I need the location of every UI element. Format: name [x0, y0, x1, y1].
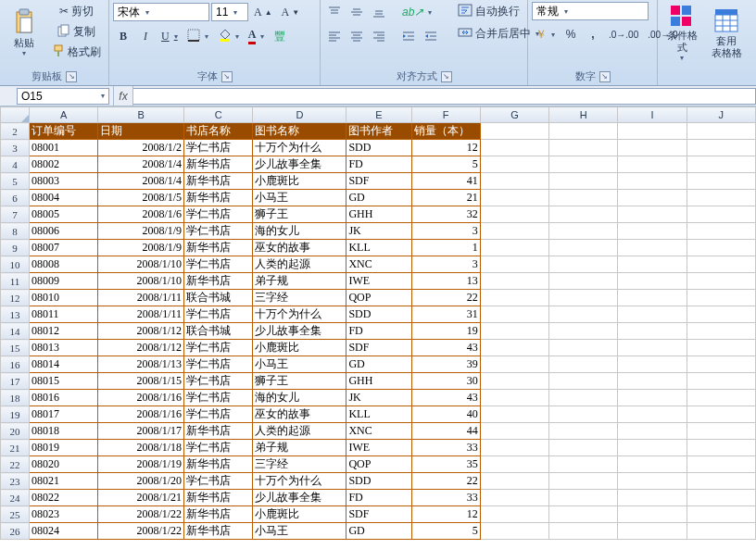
- cell[interactable]: 2008/1/12: [98, 340, 184, 356]
- row-header[interactable]: 25: [1, 506, 30, 523]
- cell[interactable]: [687, 123, 755, 140]
- cell[interactable]: QOP: [346, 456, 411, 473]
- orientation-button[interactable]: ab↗: [398, 3, 435, 21]
- col-header-I[interactable]: I: [618, 107, 687, 123]
- copy-button[interactable]: 复制: [48, 22, 105, 41]
- cell[interactable]: 08018: [29, 423, 97, 440]
- cell[interactable]: [618, 290, 687, 306]
- cell[interactable]: 08017: [29, 406, 97, 423]
- cell[interactable]: [618, 423, 687, 440]
- cell[interactable]: [549, 173, 618, 190]
- cell[interactable]: [480, 523, 548, 540]
- align-right-button[interactable]: [369, 27, 389, 45]
- cell[interactable]: JK: [346, 390, 411, 406]
- increase-font-button[interactable]: A▲: [250, 3, 276, 21]
- cell[interactable]: [618, 406, 687, 423]
- col-header-H[interactable]: H: [549, 107, 618, 123]
- cell[interactable]: 2008/1/4: [98, 156, 184, 173]
- cell[interactable]: [549, 356, 618, 373]
- cell[interactable]: 新华书店: [184, 240, 253, 256]
- row-header[interactable]: 13: [1, 306, 30, 323]
- cell[interactable]: 小鹿斑比: [253, 506, 346, 523]
- decrease-font-button[interactable]: A▼: [278, 3, 304, 21]
- cell[interactable]: [480, 506, 548, 523]
- cell[interactable]: [480, 156, 548, 173]
- cell[interactable]: SDD: [346, 473, 411, 490]
- cell[interactable]: [687, 523, 755, 540]
- wrap-text-button[interactable]: 自动换行: [454, 2, 537, 20]
- underline-button[interactable]: U: [158, 27, 182, 45]
- cell[interactable]: [618, 490, 687, 506]
- cell[interactable]: [480, 473, 548, 490]
- font-name-combo[interactable]: 宋体▾: [113, 3, 209, 21]
- cell[interactable]: 日期: [98, 123, 184, 140]
- cell[interactable]: 2008/1/4: [98, 173, 184, 190]
- cell[interactable]: 图书作者: [346, 123, 411, 140]
- cell[interactable]: 30: [411, 373, 480, 390]
- cell[interactable]: 19: [411, 323, 480, 340]
- cell[interactable]: 12: [411, 140, 480, 156]
- cell[interactable]: XNC: [346, 256, 411, 273]
- worksheet-grid[interactable]: ABCDEFGHIJ 2订单编号日期书店名称图书名称图书作者销量（本）30800…: [0, 106, 756, 543]
- cell[interactable]: [618, 206, 687, 223]
- cell[interactable]: 新华书店: [184, 506, 253, 523]
- cell[interactable]: [549, 523, 618, 540]
- cell[interactable]: GHH: [346, 373, 411, 390]
- cell[interactable]: SDD: [346, 140, 411, 156]
- cell[interactable]: [480, 423, 548, 440]
- cell[interactable]: JK: [346, 223, 411, 240]
- italic-button[interactable]: I: [135, 27, 156, 45]
- cell[interactable]: 2008/1/22: [98, 506, 184, 523]
- cell[interactable]: 新华书店: [184, 456, 253, 473]
- cell[interactable]: [480, 290, 548, 306]
- row-header[interactable]: 5: [1, 173, 30, 190]
- cell[interactable]: 三字经: [253, 290, 346, 306]
- phonetic-button[interactable]: 豐: [270, 27, 290, 45]
- cell[interactable]: 39: [411, 356, 480, 373]
- cell[interactable]: GD: [346, 190, 411, 206]
- cell[interactable]: QOP: [346, 290, 411, 306]
- cell[interactable]: 2008/1/11: [98, 290, 184, 306]
- cell[interactable]: 巫女的故事: [253, 240, 346, 256]
- cell[interactable]: 2008/1/10: [98, 256, 184, 273]
- row-header[interactable]: 23: [1, 473, 30, 490]
- col-header-D[interactable]: D: [253, 107, 346, 123]
- border-button[interactable]: [183, 27, 212, 45]
- accounting-format-button[interactable]: ￥: [532, 25, 559, 44]
- cell[interactable]: 2008/1/11: [98, 306, 184, 323]
- cell[interactable]: [549, 323, 618, 340]
- cell[interactable]: KLL: [346, 240, 411, 256]
- cell[interactable]: [618, 140, 687, 156]
- cell[interactable]: [618, 306, 687, 323]
- cell[interactable]: SDF: [346, 340, 411, 356]
- name-box[interactable]: O15 ▾: [17, 88, 109, 105]
- cell[interactable]: 22: [411, 473, 480, 490]
- cell[interactable]: 08022: [29, 490, 97, 506]
- cell[interactable]: FD: [346, 323, 411, 340]
- cell[interactable]: 08016: [29, 390, 97, 406]
- row-header[interactable]: 6: [1, 190, 30, 206]
- cell[interactable]: [618, 506, 687, 523]
- cell[interactable]: 44: [411, 423, 480, 440]
- format-as-table-button[interactable]: 套用 表格格: [706, 2, 747, 63]
- cell[interactable]: [480, 456, 548, 473]
- cell[interactable]: [618, 323, 687, 340]
- percent-button[interactable]: %: [561, 25, 581, 44]
- cell[interactable]: 08003: [29, 173, 97, 190]
- cell[interactable]: [618, 373, 687, 390]
- cell[interactable]: [549, 406, 618, 423]
- row-header[interactable]: 17: [1, 373, 30, 390]
- cell[interactable]: 2008/1/6: [98, 206, 184, 223]
- cell[interactable]: 40: [411, 406, 480, 423]
- cell[interactable]: 学仁书店: [184, 406, 253, 423]
- cell[interactable]: [618, 223, 687, 240]
- cell[interactable]: 2008/1/12: [98, 323, 184, 340]
- cell[interactable]: 2008/1/21: [98, 490, 184, 506]
- cell[interactable]: [618, 456, 687, 473]
- cell[interactable]: 狮子王: [253, 206, 346, 223]
- fx-button[interactable]: fx: [113, 86, 133, 106]
- cell[interactable]: [549, 506, 618, 523]
- cell[interactable]: [480, 273, 548, 290]
- cell[interactable]: 08011: [29, 306, 97, 323]
- cell[interactable]: [618, 256, 687, 273]
